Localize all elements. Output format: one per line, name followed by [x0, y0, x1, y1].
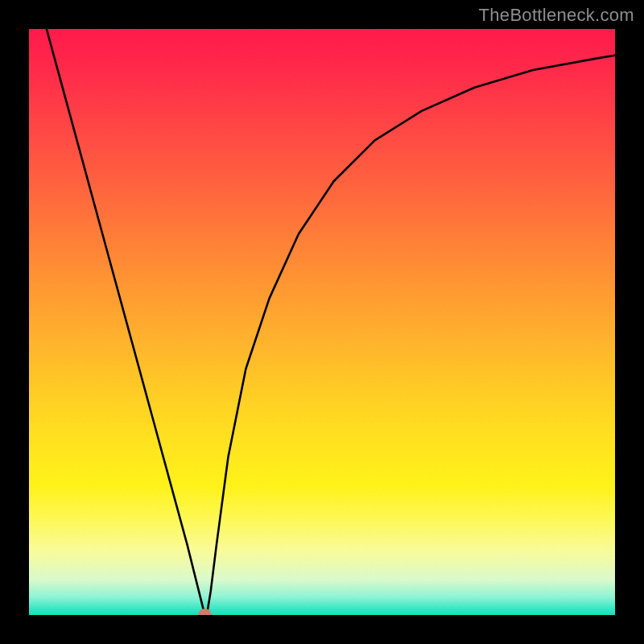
bottleneck-curve: [47, 29, 615, 615]
chart-svg: [29, 29, 615, 615]
bottleneck-marker: [198, 609, 211, 615]
chart-plot-area: [29, 29, 615, 615]
chart-frame: TheBottleneck.com: [0, 0, 644, 644]
watermark-text: TheBottleneck.com: [479, 5, 634, 26]
